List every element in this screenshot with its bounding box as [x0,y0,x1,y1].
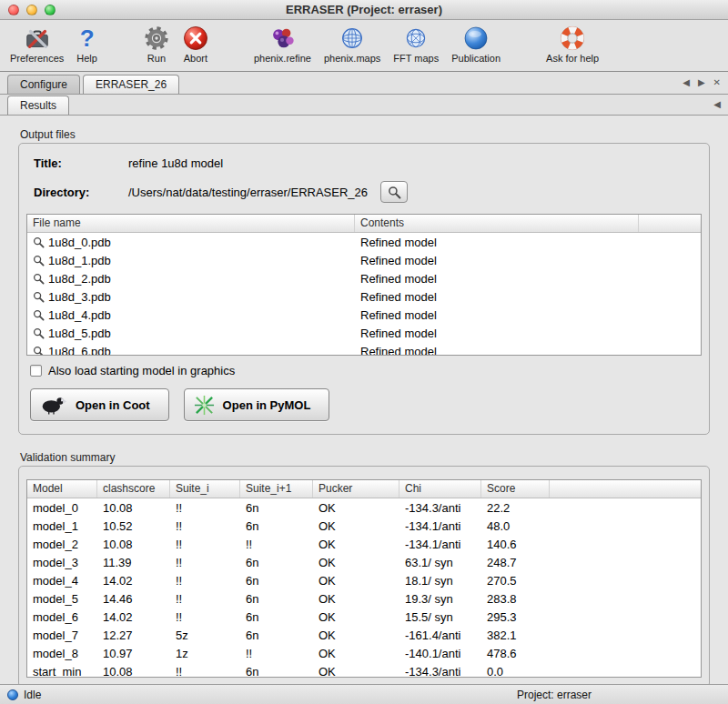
tab-scroll-left-icon[interactable]: ◀ [682,78,690,87]
open-in-coot-button[interactable]: Open in Coot [30,388,169,421]
validation-row-list: model_0 10.08 !! 6n OK -134.3/anti 22.2 … [27,498,701,678]
file-row[interactable]: 1u8d_4.pdb Refined model [27,306,701,324]
run-button[interactable]: Run [136,23,177,64]
run-gear-icon [143,23,170,53]
phenix-refine-icon [268,23,296,53]
title-row: Title: refine 1u8d model [34,156,702,170]
column-contents[interactable]: Contents [355,215,639,232]
column-clashscore[interactable]: clashscore [97,480,170,498]
abort-button[interactable]: Abort [177,23,215,64]
cell-suite-i: !! [170,574,240,588]
main-tab-bar: Configure ERRASER_26 ◀ ▶ ✕ [0,72,728,95]
directory-value: /Users/nat/data/testing/erraser/ERRASER_… [128,186,368,199]
magnifier-icon [33,309,45,321]
toolbar-label: FFT maps [393,53,439,64]
column-filler [550,480,701,498]
tab-results[interactable]: Results [7,96,69,115]
ask-for-help-button[interactable]: Ask for help [540,23,605,64]
cell-score: 270.5 [481,574,550,588]
cell-score: 0.0 [481,665,550,679]
life-ring-icon [559,23,586,53]
validation-row[interactable]: model_0 10.08 !! 6n OK -134.3/anti 22.2 [27,498,701,517]
cell-model: model_4 [27,574,97,588]
load-starting-model-checkbox[interactable] [30,365,42,377]
open-in-pymol-label: Open in PyMOL [223,398,311,412]
cell-clashscore: 10.08 [97,665,170,679]
status-text: Idle [24,689,41,701]
cell-clashscore: 10.52 [97,519,170,533]
file-row[interactable]: 1u8d_1.pdb Refined model [27,251,701,269]
validation-row[interactable]: model_5 14.46 !! 6n OK 19.3/ syn 283.8 [27,589,701,608]
validation-row[interactable]: model_3 11.39 !! 6n OK 63.1/ syn 248.7 [27,553,701,571]
cell-score: 140.6 [481,538,550,551]
magnifier-icon [33,236,45,248]
cell-clashscore: 11.39 [97,556,170,569]
file-row[interactable]: 1u8d_2.pdb Refined model [27,269,701,287]
cell-suite-i: 5z [170,629,240,642]
cell-clashscore: 10.97 [97,647,170,660]
preferences-button[interactable]: Preferences [4,23,70,64]
publication-button[interactable]: Publication [445,23,507,64]
cell-chi: -134.3/anti [399,665,481,679]
validation-row[interactable]: model_6 14.02 !! 6n OK 15.5/ syn 295.3 [27,608,701,626]
toolbar-label: Help [76,53,97,64]
file-row[interactable]: 1u8d_6.pdb Refined model [27,342,701,356]
cell-suite-i: 1z [170,647,240,660]
column-filler [639,215,701,232]
coot-bird-icon [40,395,67,415]
cell-clashscore: 10.08 [97,501,170,515]
cell-chi: 63.1/ syn [399,556,481,569]
file-name: 1u8d_1.pdb [48,254,111,267]
file-row[interactable]: 1u8d_5.pdb Refined model [27,324,701,342]
column-file-name[interactable]: File name [27,215,355,232]
validation-row[interactable]: model_4 14.02 !! 6n OK 18.1/ syn 270.5 [27,571,701,589]
cell-chi: -134.3/anti [399,501,481,515]
column-suite-i1[interactable]: Suite_i+1 [240,480,313,498]
browse-directory-button[interactable] [380,181,408,203]
open-in-pymol-button[interactable]: Open in PyMOL [184,388,330,421]
tab-close-icon[interactable]: ✕ [713,78,721,87]
magnifier-icon [33,273,45,285]
cell-score: 48.0 [481,519,550,533]
cell-pucker: OK [313,519,399,533]
fft-maps-icon [403,23,429,53]
cell-suite-i: !! [170,519,240,533]
validation-row[interactable]: model_1 10.52 !! 6n OK -134.1/anti 48.0 [27,517,701,535]
phenix-refine-button[interactable]: phenix.refine [248,23,318,64]
cell-model: model_3 [27,556,97,569]
column-score[interactable]: Score [481,480,550,498]
column-pucker[interactable]: Pucker [313,480,399,498]
validation-row[interactable]: model_8 10.97 1z !! OK -140.1/anti 478.6 [27,644,701,662]
tab-scroll-right-icon[interactable]: ▶ [698,78,705,87]
file-row[interactable]: 1u8d_0.pdb Refined model [27,233,701,251]
phenix-maps-icon [339,23,366,53]
sub-tab-nav-controls: ◀ [713,100,721,109]
column-suite-i[interactable]: Suite_i [170,480,240,498]
file-name: 1u8d_6.pdb [48,345,111,357]
help-button[interactable]: ? Help [70,23,104,64]
cell-pucker: OK [313,501,399,515]
tab-erraser-26[interactable]: ERRASER_26 [83,75,179,94]
cell-suite-i: !! [170,556,240,569]
phenix-maps-button[interactable]: phenix.maps [318,23,387,64]
sub-tab-scroll-left-icon[interactable]: ◀ [713,100,721,109]
validation-row[interactable]: model_2 10.08 !! !! OK -134.1/anti 140.6 [27,535,701,553]
validation-row[interactable]: model_7 12.27 5z 6n OK -161.4/anti 382.1 [27,626,701,644]
cell-model: model_5 [27,592,97,606]
load-starting-model-option: Also load starting model in graphics [30,364,702,377]
cell-score: 295.3 [481,610,550,624]
toolbar-label: phenix.maps [324,53,380,64]
column-chi[interactable]: Chi [399,480,481,498]
file-row[interactable]: 1u8d_3.pdb Refined model [27,287,701,306]
cell-score: 22.2 [481,501,550,515]
status-indicator-icon [7,689,18,700]
file-contents: Refined model [355,254,639,267]
validation-row[interactable]: start_min 10.08 !! 6n OK -134.3/anti 0.0 [27,662,701,678]
cell-suite-i: !! [170,665,240,679]
cell-suite-i: !! [170,538,240,551]
tab-configure[interactable]: Configure [7,75,80,94]
fft-maps-button[interactable]: FFT maps [387,23,445,64]
column-model[interactable]: Model [27,480,97,498]
cell-suite-i1: 6n [240,629,313,642]
status-bar: Idle Project: erraser [0,684,728,704]
